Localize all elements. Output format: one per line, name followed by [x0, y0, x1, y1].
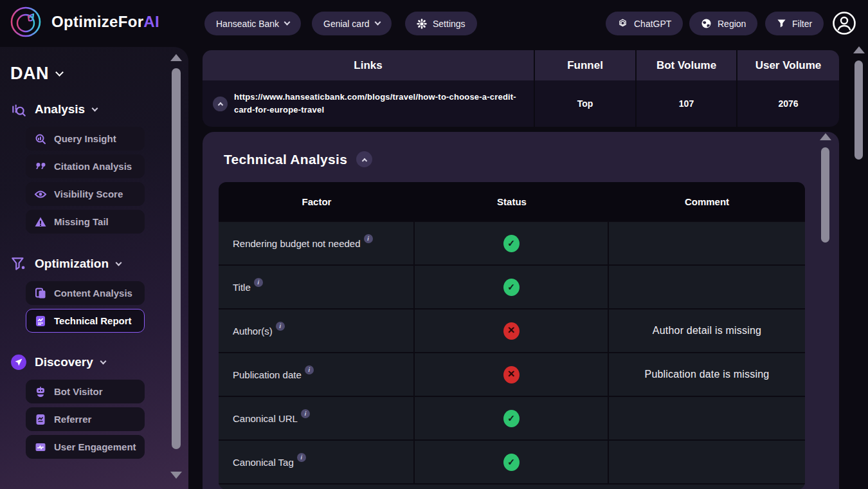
factor-label: Publication date: [233, 369, 302, 380]
section-discovery[interactable]: Discovery: [10, 354, 105, 371]
page-scrollbar-thumb[interactable]: [854, 60, 863, 160]
section-optimization-label: Optimization: [35, 257, 109, 271]
factor-table-header: Factor Status Comment: [219, 182, 805, 221]
user-name: DAN: [10, 64, 49, 84]
technical-analysis-title: Technical Analysis: [224, 152, 347, 167]
settings-button[interactable]: Settings: [405, 12, 477, 35]
chevron-down-icon: [100, 358, 106, 364]
sidebar-scrollbar-thumb[interactable]: [172, 68, 181, 449]
status-pass-icon: [503, 410, 520, 427]
factor-label: Title: [233, 282, 251, 293]
info-icon[interactable]: i: [364, 234, 373, 243]
sidebar-item-user-engagement[interactable]: User Engagement: [26, 435, 145, 459]
chevron-down-icon: [374, 19, 381, 26]
citation-icon: [34, 160, 47, 173]
globe-icon: [701, 18, 712, 29]
links-table-row: https://www.hanseaticbank.com/blogs/trav…: [203, 80, 839, 127]
table-row: Canonical Tagi: [219, 439, 805, 483]
panel-scrollbar-thumb[interactable]: [821, 147, 829, 243]
sidebar-item-content-analysis[interactable]: Content Analysis: [26, 281, 145, 305]
sidebar-item-technical-report[interactable]: Technical Report: [26, 309, 145, 333]
eye-icon: [34, 188, 47, 201]
status-column-header: Status: [415, 182, 609, 221]
sidebar-scroll-down[interactable]: [170, 472, 182, 479]
technical-report-icon: [34, 315, 47, 328]
gear-icon: [417, 19, 427, 29]
warning-icon: [34, 216, 47, 228]
product-selector[interactable]: Genial card: [312, 12, 392, 35]
comment-text: Publication date is missing: [609, 353, 805, 396]
funnel-value: Top: [535, 80, 637, 127]
region-button[interactable]: Region: [689, 12, 757, 35]
comment-text: Author detail is missing: [609, 309, 805, 352]
bot-icon: [34, 385, 47, 398]
profile-avatar[interactable]: [832, 11, 856, 35]
info-icon[interactable]: i: [301, 409, 310, 418]
chatgpt-label: ChatGPT: [634, 19, 671, 29]
info-icon[interactable]: i: [276, 322, 285, 331]
collapse-row-button[interactable]: [213, 97, 228, 111]
panel-scroll-up[interactable]: [820, 133, 831, 140]
user-volume-value: 2076: [737, 80, 839, 127]
page-url[interactable]: https://www.hanseaticbank.com/blogs/trav…: [234, 91, 523, 116]
funnel-column-header: Funnel: [535, 50, 637, 80]
engagement-icon: [34, 441, 47, 454]
sidebar-item-visibility-score[interactable]: Visibility Score: [26, 182, 145, 206]
info-icon[interactable]: i: [254, 278, 263, 287]
section-analysis[interactable]: Analysis: [10, 101, 97, 118]
client-selector[interactable]: Hanseatic Bank: [204, 12, 301, 35]
section-analysis-label: Analysis: [35, 102, 85, 116]
table-row: Canonical URLi: [219, 396, 805, 439]
filter-button[interactable]: Filter: [765, 12, 824, 35]
sidebar-scroll-up[interactable]: [170, 54, 182, 61]
user-volume-column-header: User Volume: [737, 50, 839, 80]
chatgpt-icon: [617, 18, 628, 29]
comment-column-header: Comment: [609, 182, 805, 221]
sidebar-item-citation-analysis[interactable]: Citation Analysis: [26, 154, 145, 178]
table-row: Titlei: [219, 264, 805, 308]
section-optimization[interactable]: Optimization: [10, 255, 121, 272]
sidebar-item-missing-tail[interactable]: Missing Tail: [26, 210, 145, 234]
sidebar-item-referrer[interactable]: Referrer: [26, 407, 145, 431]
filter-icon: [777, 19, 786, 28]
status-pass-icon: [503, 454, 520, 471]
collapse-section-button[interactable]: [356, 151, 372, 167]
sidebar-item-bot-visitor[interactable]: Bot Visitor: [26, 380, 145, 403]
factor-table: Factor Status Comment Rendering budget n…: [219, 182, 805, 489]
table-row-partial: [219, 483, 805, 489]
sidebar-item-query-insight[interactable]: Query Insight: [26, 127, 145, 151]
factor-label: Author(s): [233, 326, 273, 337]
comment-text: [609, 441, 805, 483]
product-selector-label: Genial card: [323, 19, 370, 29]
settings-label: Settings: [433, 19, 466, 29]
factor-label: Canonical URL: [233, 413, 298, 424]
content-analysis-icon: [34, 287, 47, 300]
client-selector-label: Hanseatic Bank: [216, 19, 279, 29]
links-column-header: Links: [203, 50, 535, 80]
chevron-down-icon: [116, 259, 122, 266]
comment-text: [609, 222, 805, 264]
discovery-icon: [10, 354, 27, 371]
region-label: Region: [718, 19, 746, 29]
referrer-icon: [34, 413, 47, 426]
app-title: OptimizeForAI: [51, 13, 159, 31]
user-menu[interactable]: DAN: [10, 64, 62, 84]
info-icon[interactable]: i: [305, 365, 314, 374]
factor-label: Canonical Tag: [233, 457, 294, 468]
chevron-down-icon: [92, 105, 98, 111]
info-icon[interactable]: i: [297, 453, 306, 462]
links-table: Links Funnel Bot Volume User Volume http…: [203, 50, 839, 127]
page-scroll-up[interactable]: [853, 46, 865, 53]
technical-analysis-panel: Technical Analysis Factor Status Comment…: [203, 132, 839, 489]
factor-label: Rendering budget not needed: [233, 238, 361, 249]
links-table-header: Links Funnel Bot Volume User Volume: [203, 50, 839, 80]
status-pass-icon: [503, 279, 520, 296]
chevron-up-icon: [217, 102, 222, 107]
bot-volume-value: 107: [637, 80, 737, 127]
bot-volume-column-header: Bot Volume: [637, 50, 737, 80]
chatgpt-button[interactable]: ChatGPT: [606, 12, 683, 35]
brand: OptimizeForAI: [9, 5, 159, 39]
chevron-up-icon: [361, 158, 366, 163]
chevron-down-icon: [284, 19, 291, 26]
optimization-icon: [10, 255, 27, 272]
